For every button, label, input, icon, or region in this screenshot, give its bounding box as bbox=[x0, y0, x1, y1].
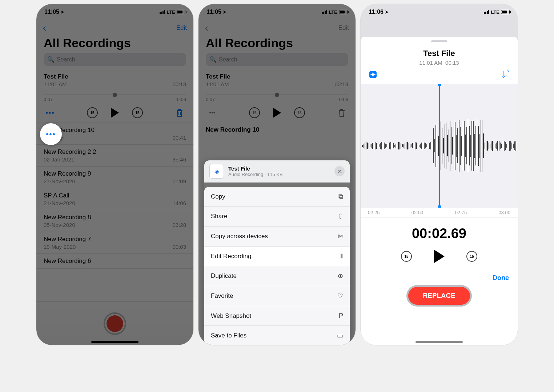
location-icon: ➤ bbox=[223, 9, 226, 15]
record-dock bbox=[36, 301, 193, 345]
folder-icon: ▭ bbox=[337, 332, 343, 340]
carrier-label: LTE bbox=[491, 9, 499, 15]
search-input: 🔍 Search bbox=[206, 53, 348, 66]
record-button[interactable] bbox=[104, 312, 126, 335]
recording-title: Test File bbox=[44, 73, 186, 80]
action-sheet: ◈ Test File Audio Recording · 115 KB ✕ C… bbox=[204, 160, 350, 345]
battery-icon bbox=[339, 10, 348, 14]
signal-icon bbox=[160, 10, 165, 14]
action-save-to-files[interactable]: Save to Files▭ bbox=[204, 325, 350, 345]
sheet-thumbnail-icon: ◈ bbox=[209, 164, 224, 179]
battery-icon bbox=[501, 10, 510, 14]
scrub-remaining: -0:06 bbox=[175, 97, 186, 102]
play-button bbox=[273, 108, 281, 118]
list-item[interactable]: New Recording 927-Nov-202001:09 bbox=[36, 167, 193, 188]
search-icon: 🔍 bbox=[47, 56, 55, 63]
search-placeholder: Search bbox=[57, 56, 75, 63]
back-chevron-icon[interactable]: ‹ bbox=[43, 23, 46, 33]
skip-forward-15-button[interactable]: 15 bbox=[466, 251, 477, 262]
time-ruler: 02.25 02.50 02.75 03.00 bbox=[361, 208, 518, 218]
list-item[interactable]: New Recording 719-May-202000:03 bbox=[36, 232, 193, 254]
playhead[interactable] bbox=[439, 84, 440, 208]
more-options-button[interactable]: ••• bbox=[45, 108, 55, 118]
list-item[interactable]: New Recording 805-Nov-202003:28 bbox=[36, 210, 193, 232]
status-time: 11:06 bbox=[369, 9, 384, 15]
location-icon: ➤ bbox=[385, 9, 389, 15]
action-duplicate[interactable]: Duplicate⊕ bbox=[204, 266, 350, 286]
page-title: All Recordings bbox=[36, 35, 193, 53]
waveform-icon: ⦀ bbox=[340, 252, 343, 260]
battery-icon bbox=[177, 10, 185, 14]
status-time: 11:05 bbox=[44, 9, 59, 15]
selected-recording[interactable]: Test File 11:01 AM 00:13 bbox=[36, 69, 193, 91]
action-favorite[interactable]: Favorite♡ bbox=[204, 286, 350, 306]
action-copy[interactable]: Copy⧉ bbox=[204, 187, 350, 206]
status-bar: 11:05 ➤ LTE bbox=[36, 4, 193, 20]
skip-forward-15-button[interactable]: 15 bbox=[132, 107, 143, 118]
action-copy-across-devices[interactable]: Copy across devices✄ bbox=[204, 226, 350, 246]
list-item[interactable]: SP A Call21-Nov-202014:06 bbox=[36, 188, 193, 210]
close-icon[interactable]: ✕ bbox=[334, 166, 345, 176]
delete-button[interactable] bbox=[174, 108, 185, 118]
screen-all-recordings: 11:05 ➤ LTE ‹ Edit All Recordings 🔍 Sear… bbox=[36, 4, 194, 345]
scissors-icon: ✄ bbox=[338, 232, 343, 240]
recording-time: 11:01 AM bbox=[44, 81, 67, 87]
more-options-highlight: ••• bbox=[40, 123, 62, 145]
action-share[interactable]: Share⇧ bbox=[204, 206, 350, 226]
skip-back-15-button: 15 bbox=[249, 107, 260, 118]
editor-title: Test File bbox=[361, 49, 518, 58]
replace-button[interactable]: REPLACE bbox=[406, 285, 472, 307]
copy-icon: ⧉ bbox=[338, 193, 343, 200]
list-item[interactable]: New Recording 2 202-Jan-202135:46 bbox=[36, 145, 193, 167]
status-bar: 11:06 ➤ LTE bbox=[361, 4, 518, 20]
enhance-button[interactable] bbox=[369, 70, 377, 81]
skip-forward-15-button: 15 bbox=[294, 107, 305, 118]
sheet-title: Test File bbox=[228, 165, 330, 172]
delete-button bbox=[337, 108, 347, 118]
current-time: 00:02.69 bbox=[361, 226, 518, 241]
home-indicator[interactable] bbox=[91, 341, 138, 343]
location-icon: ➤ bbox=[61, 9, 64, 15]
list-item[interactable]: New Recording 6 bbox=[36, 254, 193, 269]
play-button[interactable] bbox=[111, 108, 119, 118]
status-time: 11:05 bbox=[206, 9, 221, 15]
recordings-list: New Recording 10Monday00:41 New Recordin… bbox=[36, 123, 193, 269]
search-icon: 🔍 bbox=[209, 56, 217, 63]
play-button[interactable] bbox=[434, 249, 445, 263]
trim-button[interactable] bbox=[502, 70, 510, 81]
sheet-grabber[interactable] bbox=[431, 40, 447, 42]
status-bar: 11:05 ➤ LTE bbox=[198, 4, 356, 20]
carrier-label: LTE bbox=[329, 9, 337, 15]
share-icon: ⇧ bbox=[338, 212, 343, 220]
signal-icon bbox=[484, 10, 489, 14]
snapshot-icon: P bbox=[339, 312, 343, 320]
sheet-subtitle: Audio Recording · 115 KB bbox=[228, 172, 330, 177]
skip-back-15-button[interactable]: 15 bbox=[401, 251, 412, 262]
duplicate-icon: ⊕ bbox=[338, 272, 343, 280]
action-edit-recording[interactable]: Edit Recording⦀ bbox=[204, 246, 350, 266]
waveform-display[interactable] bbox=[361, 84, 518, 208]
signal-icon bbox=[322, 10, 327, 14]
back-chevron-icon: ‹ bbox=[205, 23, 208, 33]
edit-button[interactable]: Edit bbox=[176, 24, 187, 32]
carrier-label: LTE bbox=[166, 9, 175, 15]
done-button[interactable]: Done bbox=[493, 274, 509, 282]
recording-duration: 00:13 bbox=[172, 81, 186, 87]
edit-button: Edit bbox=[338, 24, 349, 32]
next-recording-title: New Recording 10 bbox=[198, 123, 356, 137]
editor-subtitle: 11:01 AM 00:13 bbox=[361, 60, 518, 66]
action-web-snapshot[interactable]: Web SnapshotP bbox=[204, 306, 350, 325]
page-title: All Recordings bbox=[198, 35, 356, 53]
screen-editor: 11:06 ➤ LTE Test File 11:01 AM 00:13 bbox=[360, 4, 518, 345]
skip-back-15-button[interactable]: 15 bbox=[87, 107, 98, 118]
home-indicator[interactable] bbox=[416, 341, 463, 343]
more-options-button: ••• bbox=[207, 108, 217, 118]
playback-scrubber[interactable] bbox=[44, 95, 186, 95]
heart-icon: ♡ bbox=[337, 292, 343, 300]
search-input[interactable]: 🔍 Search bbox=[44, 53, 186, 66]
screen-action-sheet: 11:05 ➤ LTE ‹ Edit All Recordings 🔍 Sear… bbox=[198, 4, 356, 345]
scrub-elapsed: 0:07 bbox=[44, 97, 53, 102]
